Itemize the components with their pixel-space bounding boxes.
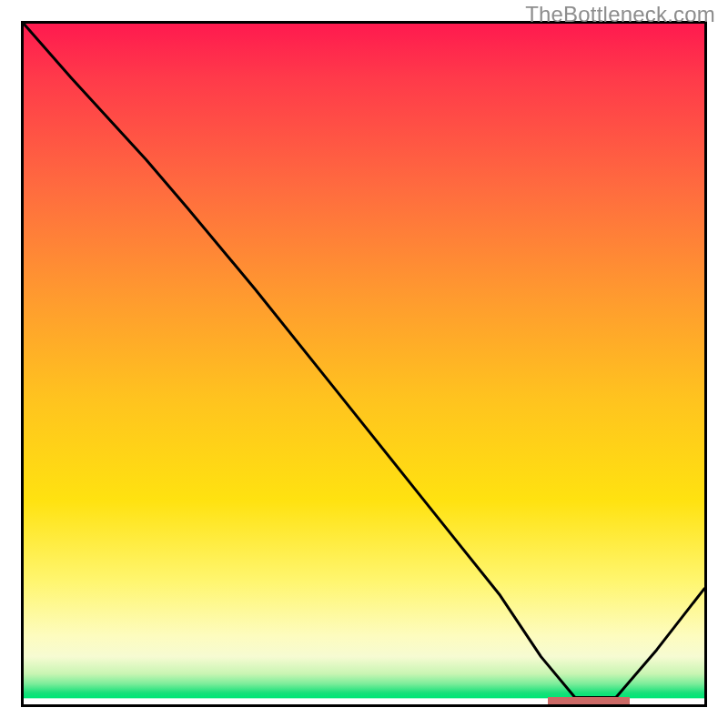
watermark-text: TheBottleneck.com (525, 2, 715, 27)
plot-area (21, 21, 707, 707)
line-curve (24, 24, 704, 704)
optimal-range-marker (548, 697, 630, 704)
chart-container: TheBottleneck.com (0, 0, 728, 728)
